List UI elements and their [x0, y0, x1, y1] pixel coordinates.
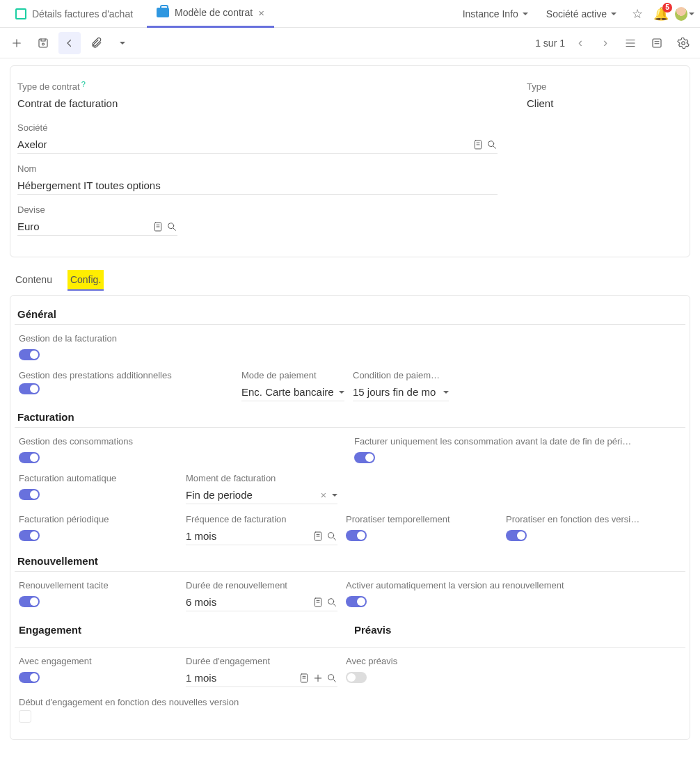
- briefcase-icon: [157, 8, 169, 17]
- tab-label: Détails factures d'achat: [32, 8, 133, 19]
- svg-point-1: [42, 43, 45, 45]
- select-condition-paiement[interactable]: 15 jours fin de mo: [353, 383, 449, 401]
- tab-invoice-details[interactable]: Détails factures d'achat: [6, 0, 143, 28]
- pager-next[interactable]: ›: [596, 35, 615, 50]
- label-renouvellement-tacite: Renouvellement tacite: [19, 580, 177, 591]
- chevron-down-icon: [689, 13, 694, 18]
- search-icon[interactable]: [326, 597, 337, 608]
- svg-point-3: [682, 41, 685, 45]
- attach-button[interactable]: [85, 32, 107, 54]
- label-type: Type: [527, 81, 700, 92]
- svg-point-11: [328, 598, 334, 604]
- input-duree-renouvellement[interactable]: 6 mois: [186, 593, 337, 611]
- toggle-facturation-periodique[interactable]: [19, 530, 40, 541]
- toggle-renouvellement-tacite[interactable]: [19, 596, 40, 607]
- toggle-facturer-conso-date[interactable]: [354, 452, 375, 463]
- svg-rect-2: [653, 39, 661, 47]
- tab-contract-template[interactable]: Modèle de contrat ×: [147, 0, 274, 28]
- input-frequence-facturation[interactable]: 1 mois: [186, 527, 337, 545]
- document-icon: [15, 8, 26, 19]
- open-record-icon[interactable]: [312, 597, 324, 608]
- section-preavis: Préavis: [354, 621, 681, 636]
- label-devise: Devise: [17, 204, 177, 215]
- toggle-avec-engagement[interactable]: [19, 672, 40, 683]
- more-button[interactable]: [111, 32, 134, 54]
- section-engagement: Engagement: [19, 621, 346, 636]
- app-tabbar: Détails factures d'achat Modèle de contr…: [0, 0, 700, 28]
- select-mode-paiement[interactable]: Enc. Carte bancaire: [241, 383, 344, 401]
- chevron-down-icon: [332, 494, 337, 499]
- label-debut-engagement: Début d'engagement en fonction des nouve…: [19, 697, 346, 707]
- new-button[interactable]: [6, 32, 28, 54]
- user-menu[interactable]: [675, 4, 694, 24]
- svg-point-13: [328, 674, 334, 680]
- clear-icon[interactable]: ×: [318, 490, 329, 501]
- add-icon[interactable]: [312, 673, 324, 684]
- chevron-down-icon: [523, 13, 528, 18]
- value-nom[interactable]: Hébergement IT toutes options: [17, 177, 498, 195]
- open-record-icon[interactable]: [152, 221, 164, 232]
- close-icon[interactable]: ×: [258, 7, 264, 19]
- notifications-button[interactable]: 🔔 5: [651, 4, 671, 24]
- tab-label: Modèle de contrat: [175, 7, 253, 18]
- chevron-down-icon: [120, 42, 125, 47]
- favorite-button[interactable]: ☆: [628, 4, 647, 24]
- value-type[interactable]: Client: [527, 95, 700, 113]
- value-type-contrat[interactable]: Contrat de facturation: [17, 95, 498, 113]
- toggle-proratiser-temporel[interactable]: [346, 530, 367, 541]
- chevron-down-icon: [339, 391, 344, 396]
- menu-instance-info[interactable]: Instance Info: [456, 8, 535, 19]
- toolbar: 1 sur 1 ‹ ›: [0, 28, 700, 58]
- toggle-gestion-prestations[interactable]: [19, 383, 40, 394]
- search-icon[interactable]: [486, 139, 498, 150]
- label-moment-facturation: Moment de facturation: [186, 473, 337, 483]
- open-record-icon[interactable]: [472, 139, 484, 150]
- label-activer-auto-version: Activer automatiquement la version au re…: [346, 580, 658, 591]
- search-icon[interactable]: [326, 531, 337, 542]
- toggle-proratiser-versions[interactable]: [506, 530, 527, 541]
- help-icon[interactable]: ?: [81, 80, 86, 88]
- open-record-icon[interactable]: [312, 531, 324, 542]
- label-facturer-conso-date: Facturer uniquement les consommation ava…: [354, 436, 681, 447]
- label-avec-preavis: Avec préavis: [346, 656, 658, 666]
- section-renouvellement: Renouvellement: [15, 552, 685, 567]
- value-societe[interactable]: Axelor: [17, 136, 498, 154]
- star-icon: ☆: [632, 6, 643, 22]
- back-button[interactable]: [58, 32, 81, 54]
- value-devise[interactable]: Euro: [17, 218, 177, 236]
- avatar-icon: [675, 7, 687, 21]
- form-view-button[interactable]: [646, 32, 668, 54]
- toggle-avec-preavis[interactable]: [346, 672, 367, 683]
- svg-point-9: [328, 532, 334, 538]
- toggle-activer-auto-version[interactable]: [346, 596, 367, 607]
- toggle-facturation-auto[interactable]: [19, 489, 40, 500]
- settings-button[interactable]: [672, 32, 694, 54]
- tab-config[interactable]: Config.: [67, 270, 104, 291]
- toggle-gestion-facturation[interactable]: [19, 349, 40, 360]
- pager: 1 sur 1 ‹ ›: [535, 35, 615, 50]
- form-card: Type de contrat? Contrat de facturation …: [10, 65, 690, 257]
- pager-prev[interactable]: ‹: [571, 35, 590, 50]
- input-duree-engagement[interactable]: 1 mois: [186, 669, 337, 687]
- list-view-button[interactable]: [619, 32, 642, 54]
- tab-contenu[interactable]: Contenu: [13, 270, 55, 291]
- label-proratiser-versions: Proratiser en fonction des versi…: [506, 514, 658, 524]
- section-facturation: Facturation: [15, 408, 685, 423]
- search-icon[interactable]: [166, 221, 177, 232]
- label-gestion-prestations: Gestion des prestations additionnelles: [19, 370, 233, 380]
- save-button[interactable]: [32, 32, 54, 54]
- checkbox-debut-engagement[interactable]: [19, 710, 31, 723]
- select-moment-facturation[interactable]: Fin de periode ×: [186, 486, 337, 504]
- label-facturation-periodique: Facturation périodique: [19, 514, 177, 524]
- menu-active-company[interactable]: Société active: [539, 8, 623, 19]
- chevron-down-icon: [443, 391, 449, 396]
- toggle-gestion-consommations[interactable]: [19, 452, 40, 463]
- label-gestion-consommations: Gestion des consommations: [19, 436, 346, 447]
- pager-info: 1 sur 1: [535, 38, 565, 49]
- label-proratiser-temporel: Proratiser temporellement: [346, 514, 498, 524]
- notification-badge: 5: [662, 3, 672, 13]
- label-frequence-facturation: Fréquence de facturation: [186, 514, 337, 524]
- search-icon[interactable]: [326, 673, 337, 684]
- section-general: Général: [15, 305, 685, 320]
- open-record-icon[interactable]: [299, 673, 310, 684]
